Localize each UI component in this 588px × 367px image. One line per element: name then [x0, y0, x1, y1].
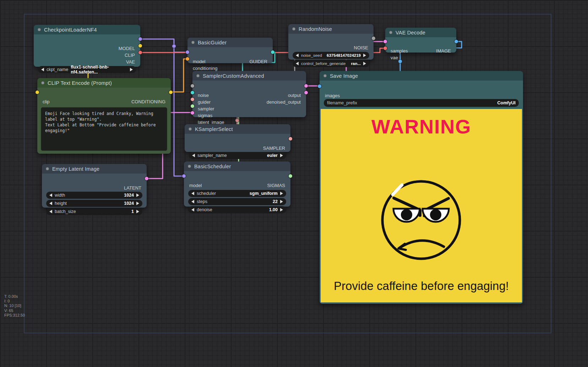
ckpt-name-widget[interactable]: ckpt_name flux1-schnell-bnb-nf4.safeten.…	[38, 66, 136, 73]
node-body: MODEL CLIP VAE ckpt_name flux1-schnell-b…	[34, 34, 140, 67]
prev-arrow-icon[interactable]	[192, 154, 195, 157]
collapse-dot-icon[interactable]	[38, 28, 41, 31]
images-input-port[interactable]	[318, 84, 321, 88]
collapse-dot-icon[interactable]	[389, 31, 392, 34]
increment-arrow-icon[interactable]	[136, 193, 139, 197]
widget-label: scheduler	[197, 191, 216, 196]
width-widget[interactable]: width 1024	[46, 192, 142, 199]
prev-arrow-icon[interactable]	[41, 68, 44, 71]
widget-label: filename_prefix	[327, 100, 357, 105]
next-arrow-icon[interactable]	[363, 62, 366, 65]
vae-output-port[interactable]	[138, 51, 142, 54]
model-input-port[interactable]	[186, 50, 189, 54]
image-caption: Provide caffeine before engaging!	[321, 279, 522, 293]
node-body: model conditioning GUIDER	[187, 47, 273, 63]
input-label-vae: vae	[391, 55, 398, 61]
steps-widget[interactable]: steps 22	[188, 198, 286, 205]
node-empty-latent-image[interactable]: Empty Latent Image LATENT width 1024 hei…	[42, 164, 147, 208]
collapse-dot-icon[interactable]	[191, 41, 195, 44]
node-sampler-custom-advanced[interactable]: SamplerCustomAdvanced noise guider sampl…	[192, 71, 306, 117]
collapse-dot-icon[interactable]	[323, 74, 327, 77]
decrement-arrow-icon[interactable]	[49, 210, 52, 213]
node-title: Save Image	[330, 73, 358, 79]
filename-prefix-widget[interactable]: filename_prefix ComfyUI	[324, 99, 519, 107]
widget-value: ComfyUI	[497, 100, 516, 105]
increment-arrow-icon[interactable]	[280, 200, 283, 203]
collapse-dot-icon[interactable]	[189, 127, 192, 131]
input-label-sampler: sampler	[198, 106, 214, 112]
node-body: LATENT width 1024 height 1024 batch_size…	[42, 174, 147, 208]
denoise-widget[interactable]: denoise 1.00	[188, 206, 286, 213]
sampler-output-port[interactable]	[289, 137, 292, 141]
guider-output-port[interactable]	[271, 50, 274, 54]
reroute-dot-image	[398, 60, 402, 64]
node-title: SamplerCustomAdvanced	[203, 73, 264, 79]
node-basic-scheduler[interactable]: BasicScheduler model SIGMAS scheduler sg…	[184, 161, 290, 207]
collapse-dot-icon[interactable]	[292, 27, 295, 31]
latent-output-port[interactable]	[145, 177, 148, 180]
widget-value: 1024	[124, 201, 134, 206]
node-ksampler-select[interactable]: KSamplerSelect SAMPLER sampler_name eule…	[185, 124, 290, 152]
output-label-sampler: SAMPLER	[263, 146, 285, 151]
increment-arrow-icon[interactable]	[280, 208, 283, 212]
noise-seed-widget[interactable]: noise_seed 637548147024219	[293, 52, 369, 59]
model-output-port[interactable]	[138, 37, 142, 41]
node-checkpoint-loader[interactable]: CheckpointLoaderNF4 MODEL CLIP VAE ckpt_…	[34, 25, 140, 67]
denoised-output-port[interactable]	[304, 91, 308, 94]
prev-arrow-icon[interactable]	[191, 192, 194, 195]
height-widget[interactable]: height 1024	[46, 200, 142, 207]
clip-output-port[interactable]	[138, 44, 142, 48]
decrement-arrow-icon[interactable]	[49, 193, 52, 197]
collapse-dot-icon[interactable]	[46, 167, 49, 170]
image-output-port[interactable]	[454, 40, 458, 43]
latent-image-input-port[interactable]	[191, 111, 194, 115]
decrement-arrow-icon[interactable]	[296, 54, 299, 57]
node-clip-text-encode[interactable]: CLIP Text Encode (Prompt) clip CONDITION…	[37, 78, 171, 154]
decrement-arrow-icon[interactable]	[191, 200, 194, 203]
conditioning-input-port[interactable]	[186, 57, 189, 61]
sampler-name-widget[interactable]: sampler_name euler	[189, 152, 286, 159]
noise-output-port[interactable]	[372, 37, 375, 40]
next-arrow-icon[interactable]	[280, 154, 283, 157]
model-input-port[interactable]	[182, 174, 186, 178]
node-graph-canvas[interactable]: CheckpointLoaderNF4 MODEL CLIP VAE ckpt_…	[0, 0, 588, 367]
collapse-dot-icon[interactable]	[41, 81, 44, 84]
sigmas-input-port[interactable]	[191, 104, 194, 108]
input-label-noise: noise	[198, 93, 209, 98]
control-before-generate-widget[interactable]: control_before_generate ran...	[293, 60, 369, 67]
noise-input-port[interactable]	[191, 84, 194, 88]
increment-arrow-icon[interactable]	[136, 210, 139, 213]
node-vae-decode[interactable]: VAE Decode samples vae IMAGE	[385, 28, 456, 53]
decrement-arrow-icon[interactable]	[49, 202, 52, 205]
guider-input-port[interactable]	[191, 91, 194, 94]
node-body: images filename_prefix ComfyUI WARNING	[320, 81, 523, 304]
collapse-dot-icon[interactable]	[188, 165, 191, 168]
node-save-image[interactable]: Save Image images filename_prefix ComfyU…	[320, 71, 523, 304]
node-random-noise[interactable]: RandomNoise NOISE noise_seed 63754814702…	[288, 24, 374, 60]
next-arrow-icon[interactable]	[130, 68, 133, 71]
node-body: NOISE noise_seed 637548147024219 control…	[288, 34, 374, 60]
widget-label: height	[55, 201, 67, 206]
output-output-port[interactable]	[304, 84, 308, 88]
increment-arrow-icon[interactable]	[363, 54, 366, 57]
increment-arrow-icon[interactable]	[136, 202, 139, 205]
prev-arrow-icon[interactable]	[296, 62, 299, 65]
scheduler-widget[interactable]: scheduler sgm_uniform	[188, 190, 286, 197]
widget-value: 1.00	[269, 207, 278, 212]
batch-size-widget[interactable]: batch_size 1	[46, 208, 142, 215]
prompt-textarea[interactable]: Emoji Face looking tired and Cranky, War…	[41, 107, 167, 151]
sampler-input-port[interactable]	[191, 98, 194, 101]
generated-image-preview: WARNING Provide caffeine before engaging…	[321, 109, 522, 302]
clip-input-port[interactable]	[36, 91, 39, 94]
samples-input-port[interactable]	[383, 40, 387, 43]
widget-value: 1024	[124, 193, 134, 198]
next-arrow-icon[interactable]	[280, 192, 283, 195]
stat-time: T: 0.00s	[4, 294, 25, 299]
decrement-arrow-icon[interactable]	[191, 208, 194, 212]
node-body: SAMPLER sampler_name euler	[185, 134, 290, 152]
sigmas-output-port[interactable]	[289, 174, 292, 178]
collapse-dot-icon[interactable]	[196, 74, 200, 77]
node-basic-guider[interactable]: BasicGuider model conditioning GUIDER	[187, 38, 273, 63]
vae-input-port[interactable]	[383, 46, 387, 50]
conditioning-output-port[interactable]	[169, 91, 173, 94]
